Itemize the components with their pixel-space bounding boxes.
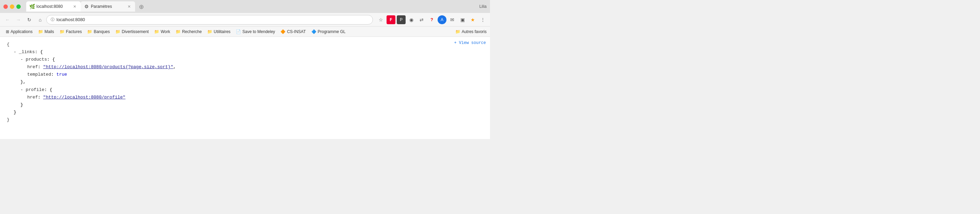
json-line-9: } [7, 101, 483, 109]
user-label: Lilia [479, 4, 487, 9]
bookmarks-bar: ⊞ Applications 📁 Mails 📁 Factures 📁 Banq… [0, 27, 490, 37]
bookmark-label-work: Work [161, 29, 170, 34]
flipboard-icon[interactable]: F [387, 15, 395, 24]
tab-parametres[interactable]: ⚙ Paramètres ✕ [81, 2, 135, 11]
forward-button[interactable]: → [14, 15, 23, 24]
programme-gl-icon: 🔷 [311, 29, 317, 34]
minimize-button[interactable] [10, 5, 14, 9]
bookmark-cs-insat[interactable]: 🔶 CS-INSAT [278, 28, 308, 35]
nav-bar: ← → ↻ ⌂ ⓘ ☆ F P ◉ ⇄ ? A ✉ ▣ ★ ⋮ [0, 13, 490, 27]
title-bar: 🌿 localhost:8080 ✕ ⚙ Paramètres ✕ ⊕ Lili… [0, 0, 490, 13]
pocket-icon[interactable]: P [397, 15, 406, 24]
bookmark-label-mails: Mails [45, 29, 54, 34]
lock-icon: ⓘ [51, 17, 54, 22]
bookmark-label-factures: Factures [66, 29, 82, 34]
extension-icon-1[interactable]: ◉ [407, 15, 416, 24]
folder-icon-work: 📁 [154, 29, 159, 34]
json-line-10: } [7, 109, 483, 116]
bookmark-mendeley[interactable]: 📄 Save to Mendeley [234, 28, 277, 35]
products-href-link[interactable]: "http://localhost:8080/products{?page,si… [43, 64, 173, 70]
json-line-11: } [7, 116, 483, 124]
address-input[interactable] [56, 17, 369, 22]
folder-icon-autres: 📁 [455, 29, 460, 34]
bookmark-label-applications: Applications [11, 29, 33, 34]
applications-icon: ⊞ [6, 29, 9, 34]
cs-insat-icon: 🔶 [280, 29, 285, 34]
bookmark-applications[interactable]: ⊞ Applications [3, 28, 35, 35]
folder-icon-utilitaires: 📁 [207, 29, 212, 34]
folder-icon-factures: 📁 [60, 29, 65, 34]
folder-icon-mails: 📁 [38, 29, 43, 34]
tab-favicon-2: ⚙ [84, 4, 89, 9]
bookmark-programme-gl[interactable]: 🔷 Programme GL [309, 28, 348, 35]
json-line-7: - profile: { [7, 86, 483, 94]
close-button[interactable] [3, 5, 8, 9]
tab-favicon-1: 🌿 [30, 4, 34, 9]
json-line-3: - products: { [7, 56, 483, 63]
bookmark-label-cs-insat: CS-INSAT [287, 29, 305, 34]
autres-favoris-label: Autres favoris [462, 29, 487, 34]
autres-favoris-link[interactable]: 📁 Autres favoris [455, 29, 487, 34]
bookmarks-bar-right: 📁 Autres favoris [455, 29, 487, 34]
bookmark-label-utilitaires: Utilitaires [214, 29, 231, 34]
bookmark-divertissement[interactable]: 📁 Divertissement [113, 28, 151, 35]
folder-icon-banques: 📁 [87, 29, 92, 34]
bookmark-utilitaires[interactable]: 📁 Utilitaires [205, 28, 233, 35]
json-line-5: templated: true [7, 71, 483, 78]
tab-localhost[interactable]: 🌿 localhost:8080 ✕ [26, 2, 81, 11]
extension-icon-3[interactable]: ? [427, 15, 436, 24]
traffic-lights [3, 5, 21, 9]
tabs-area: 🌿 localhost:8080 ✕ ⚙ Paramètres ✕ ⊕ [26, 2, 487, 11]
star-icon[interactable]: ☆ [376, 15, 385, 24]
extension-icon-4[interactable]: ▣ [458, 15, 467, 24]
json-line-2: - _links: { [7, 48, 483, 56]
bookmark-mails[interactable]: 📁 Mails [36, 28, 56, 35]
bookmark-label-recherche: Recherche [182, 29, 202, 34]
json-line-8: href: "http://localhost:8080/profile" [7, 94, 483, 101]
tab-close-2[interactable]: ✕ [126, 4, 132, 9]
tab-title-1: localhost:8080 [37, 4, 70, 9]
bookmark-label-divertissement: Divertissement [122, 29, 149, 34]
account-icon[interactable]: A [438, 15, 447, 24]
extension-icon-2[interactable]: ⇄ [417, 15, 426, 24]
new-tab-button[interactable]: ⊕ [137, 2, 146, 11]
bookmark-factures[interactable]: 📁 Factures [57, 28, 84, 35]
bookmark-label-mendeley: Save to Mendeley [242, 29, 275, 34]
folder-icon-recherche: 📁 [176, 29, 181, 34]
json-line-6: }, [7, 78, 483, 86]
profile-href-link[interactable]: "http://localhost:8080/profile" [43, 95, 126, 100]
bookmark-label-banques: Banques [94, 29, 110, 34]
mail-icon[interactable]: ✉ [448, 15, 457, 24]
address-bar[interactable]: ⓘ [46, 15, 373, 24]
bookmark-label-programme-gl: Programme GL [318, 29, 346, 34]
folder-icon-divertissement: 📁 [115, 29, 121, 34]
back-button[interactable]: ← [3, 15, 12, 24]
tab-title-2: Paramètres [91, 4, 124, 9]
json-line-4: href: "http://localhost:8080/products{?p… [7, 63, 483, 71]
doc-icon-mendeley: 📄 [236, 29, 241, 34]
json-line-1: { [7, 41, 483, 48]
bookmark-recherche[interactable]: 📁 Recherche [173, 28, 204, 35]
content-area: + View source { - _links: { - products: … [0, 37, 490, 139]
menu-icon[interactable]: ⋮ [479, 15, 487, 24]
view-source-label: + View source [454, 40, 486, 46]
bookmark-banques[interactable]: 📁 Banques [85, 28, 112, 35]
tab-close-1[interactable]: ✕ [72, 4, 77, 9]
extension-icon-5[interactable]: ★ [468, 15, 477, 24]
nav-right-icons: ☆ F P ◉ ⇄ ? A ✉ ▣ ★ ⋮ [376, 15, 487, 24]
home-button[interactable]: ⌂ [35, 15, 45, 24]
view-source-link[interactable]: + View source [454, 40, 486, 46]
bookmark-work[interactable]: 📁 Work [152, 28, 172, 35]
reload-button[interactable]: ↻ [24, 15, 34, 24]
maximize-button[interactable] [16, 5, 21, 9]
